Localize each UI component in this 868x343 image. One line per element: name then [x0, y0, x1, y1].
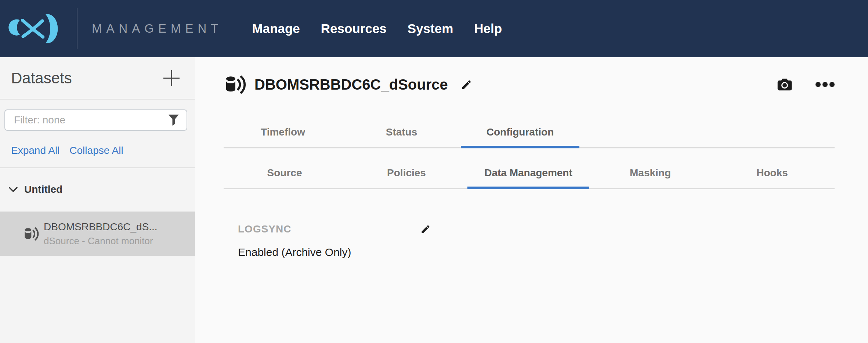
datasets-sidebar: Datasets Expand All Collapse All Untitle…: [0, 57, 195, 343]
collapse-all-link[interactable]: Collapse All: [69, 145, 123, 156]
plus-icon: [163, 70, 180, 87]
camera-icon: [777, 78, 792, 91]
sidebar-header: Datasets: [0, 57, 195, 100]
tab-configuration[interactable]: Configuration: [461, 127, 579, 147]
filter-input[interactable]: [4, 109, 187, 131]
subtab-data-management[interactable]: Data Management: [467, 168, 589, 188]
delphix-logo-icon[interactable]: [6, 14, 61, 44]
dsource-icon: [225, 74, 246, 95]
page-title: DBOMSRBBDC6C_dSource: [254, 76, 448, 93]
dataset-item-status: dSource - Cannot monitor: [44, 235, 158, 247]
expand-all-link[interactable]: Expand All: [11, 145, 59, 156]
subtab-policies[interactable]: Policies: [346, 168, 467, 188]
logsync-section-header: LOGSYNC: [224, 223, 835, 235]
nav-item-manage[interactable]: Manage: [252, 21, 300, 36]
dataset-list-item-selected[interactable]: DBOMSRBBDC6C_dS... dSource - Cannot moni…: [0, 212, 195, 256]
main-content: DBOMSRBBDC6C_dSource Timeflow St: [195, 57, 868, 343]
logsync-value: Enabled (Archive Only): [224, 246, 835, 259]
more-actions-button[interactable]: [815, 82, 835, 87]
pencil-icon: [461, 79, 472, 90]
tree-divider: [0, 167, 195, 168]
top-navbar: MANAGEMENT Manage Resources System Help: [0, 0, 868, 57]
subtab-masking[interactable]: Masking: [589, 168, 711, 188]
nav-item-help[interactable]: Help: [474, 21, 502, 36]
brand-title: MANAGEMENT: [92, 22, 223, 36]
dsource-icon: [24, 226, 39, 242]
ellipsis-icon: [822, 82, 828, 87]
dataset-item-title: DBOMSRBBDC6C_dS...: [44, 221, 158, 233]
chevron-down-icon[interactable]: [9, 187, 18, 192]
group-label: Untitled: [24, 184, 62, 195]
edit-title-button[interactable]: [461, 79, 472, 90]
logsync-label: LOGSYNC: [238, 223, 420, 235]
sidebar-title: Datasets: [11, 69, 72, 87]
tab-status[interactable]: Status: [342, 127, 461, 147]
dataset-item-text: DBOMSRBBDC6C_dS... dSource - Cannot moni…: [44, 221, 158, 247]
add-dataset-button[interactable]: [163, 70, 180, 87]
primary-tabs: Timeflow Status Configuration: [224, 127, 835, 148]
ellipsis-icon: [815, 82, 821, 87]
dataset-group-row[interactable]: Untitled: [9, 184, 195, 195]
nav-item-resources[interactable]: Resources: [321, 21, 387, 36]
subtab-hooks[interactable]: Hooks: [711, 168, 833, 188]
page-title-row: DBOMSRBBDC6C_dSource: [224, 73, 835, 95]
pencil-icon: [420, 224, 431, 234]
filter-field-wrap: [4, 109, 187, 131]
snapshot-button[interactable]: [777, 78, 792, 91]
subtab-source[interactable]: Source: [224, 168, 346, 188]
edit-logsync-button[interactable]: [420, 224, 431, 234]
funnel-icon[interactable]: [168, 114, 179, 126]
nav-item-system[interactable]: System: [408, 21, 453, 36]
main-menu: Manage Resources System Help: [252, 21, 502, 36]
configuration-subtabs: Source Policies Data Management Masking …: [224, 168, 835, 189]
navbar-divider: [77, 8, 77, 49]
ellipsis-icon: [829, 82, 835, 87]
tree-controls: Expand All Collapse All: [11, 145, 195, 156]
tab-timeflow[interactable]: Timeflow: [224, 127, 342, 147]
